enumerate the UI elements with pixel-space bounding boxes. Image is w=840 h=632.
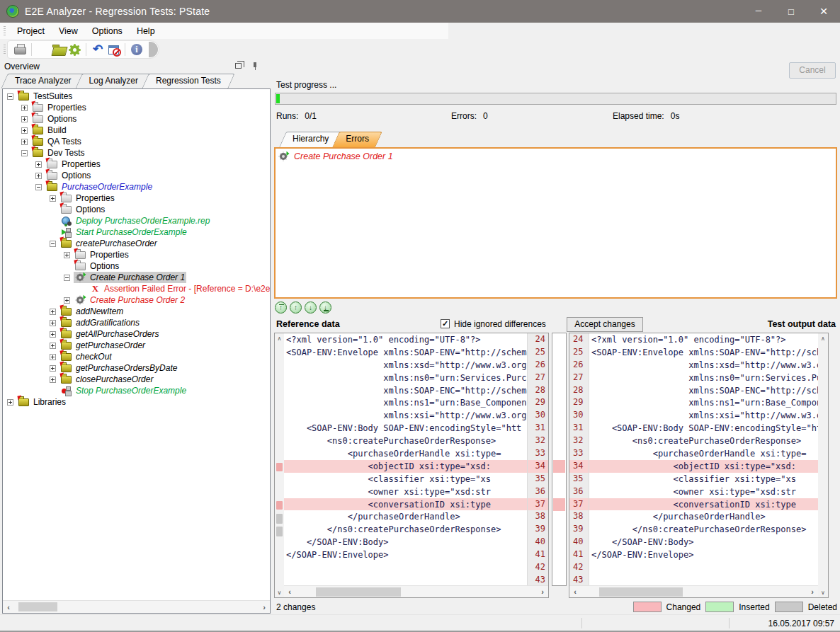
scroll-right-icon[interactable]: › — [537, 586, 548, 597]
output-vertical-scrollbar[interactable]: ∧ ∨ — [818, 333, 828, 597]
settings-gear-icon[interactable] — [67, 42, 82, 57]
expand-icon[interactable] — [35, 161, 42, 168]
menu-options[interactable]: Options — [85, 24, 130, 38]
tree-horizontal-scrollbar[interactable]: ‹ › — [3, 600, 270, 613]
tree-row[interactable]: getPurchaseOrdersByDate — [3, 362, 270, 374]
tree-row[interactable]: addNewItem — [3, 306, 270, 317]
tree-row[interactable]: Start PurchaseOrderExample — [3, 226, 270, 238]
error-list-item[interactable]: Create Purchase Order 1 — [276, 149, 836, 164]
info-icon[interactable]: i — [129, 42, 144, 57]
tree-row[interactable]: Properties — [3, 249, 270, 260]
print-icon[interactable] — [12, 42, 28, 57]
collapse-icon[interactable] — [7, 93, 13, 100]
cancel-button[interactable]: Cancel — [789, 62, 836, 79]
add-icon[interactable] — [35, 42, 51, 57]
tree-row[interactable]: Properties — [3, 102, 270, 113]
expand-icon[interactable] — [50, 377, 56, 383]
tree-row[interactable]: Properties — [3, 159, 270, 170]
tree-row[interactable]: Libraries — [3, 396, 270, 408]
tree-row[interactable]: addGratifications — [3, 317, 270, 328]
tree-row[interactable]: Stop PurchaseOrderExample — [3, 385, 270, 396]
tree-row[interactable]: checkOut — [3, 351, 270, 362]
expand-icon[interactable] — [21, 127, 28, 134]
hide-ignored-checkbox[interactable] — [441, 319, 450, 328]
tab-hierarchy[interactable]: Hierarchy — [283, 132, 339, 147]
scroll-up-icon[interactable]: ∧ — [275, 333, 284, 343]
tree-row[interactable]: Dev Tests — [3, 147, 270, 159]
output-horizontal-scrollbar[interactable]: ‹ › — [569, 585, 818, 597]
tree-row[interactable]: Options — [3, 260, 270, 272]
float-panel-icon[interactable] — [235, 63, 242, 69]
tree-row[interactable]: XAssertion Failed Error - [Reference = D… — [3, 283, 270, 294]
previous-change-button[interactable]: ↑ — [290, 301, 302, 314]
maximize-button[interactable]: □ — [775, 0, 807, 23]
reference-vertical-scrollbar[interactable]: ∧ ∨ — [275, 333, 284, 597]
tree-row[interactable]: Build — [3, 125, 270, 136]
expand-icon[interactable] — [50, 354, 56, 360]
undo-icon[interactable]: ↶ — [90, 42, 106, 57]
scroll-right-icon[interactable]: › — [807, 586, 818, 597]
expand-icon[interactable] — [21, 116, 28, 122]
tree-row[interactable]: PurchaseOrderExample — [3, 181, 270, 193]
tab-errors[interactable]: Errors — [336, 132, 379, 147]
output-hscroll-thumb[interactable] — [599, 587, 683, 597]
collapse-icon[interactable] — [35, 184, 42, 190]
tree-row[interactable]: getAllPurchaseOrders — [3, 328, 270, 340]
open-folder-icon[interactable] — [51, 42, 67, 57]
tree-row[interactable]: Create Purchase Order 1 — [3, 272, 270, 283]
tree-row[interactable]: createPurchaseOrder — [3, 238, 270, 249]
expand-icon[interactable] — [50, 320, 56, 326]
last-change-button[interactable]: ↓ — [319, 301, 331, 314]
expand-icon[interactable] — [64, 252, 70, 258]
tree-row[interactable]: closePurchaseOrder — [3, 374, 270, 385]
tab-trace-analyzer[interactable]: Trace Analyzer — [4, 74, 82, 88]
report-disabled-icon[interactable] — [106, 42, 121, 57]
scroll-right-icon[interactable]: › — [259, 601, 270, 613]
first-change-button[interactable]: ↑ — [275, 301, 287, 314]
tree-row[interactable]: Deploy PurchaseOrderExample.rep — [3, 215, 270, 226]
menu-help[interactable]: Help — [130, 24, 162, 38]
menu-project[interactable]: Project — [10, 24, 52, 38]
collapse-icon[interactable] — [21, 150, 28, 156]
tree-row[interactable]: Create Purchase Order 2 — [3, 294, 270, 306]
expand-icon[interactable] — [50, 365, 56, 372]
tree-row[interactable]: Properties — [3, 193, 270, 204]
tree-item-label: Properties — [90, 250, 129, 260]
tree-row[interactable]: getPurchaseOrder — [3, 340, 270, 351]
collapse-icon[interactable] — [64, 275, 70, 281]
minimize-button[interactable]: – — [742, 0, 775, 23]
expand-icon[interactable] — [35, 173, 42, 179]
expand-icon[interactable] — [7, 399, 13, 406]
expand-icon[interactable] — [50, 343, 56, 349]
scroll-left-icon[interactable]: ‹ — [284, 586, 295, 597]
diff-line: 34 <objectID xsi:type="xsd: — [569, 460, 818, 473]
expand-icon[interactable] — [50, 195, 56, 202]
expand-icon[interactable] — [21, 139, 28, 145]
scroll-left-icon[interactable]: ‹ — [3, 601, 14, 613]
expand-icon[interactable] — [50, 309, 56, 315]
expand-icon[interactable] — [50, 331, 56, 338]
tree-row[interactable]: Options — [3, 113, 270, 125]
reference-hscroll-thumb[interactable] — [316, 587, 401, 597]
next-change-button[interactable]: ↓ — [305, 301, 317, 314]
scroll-down-icon[interactable]: ∨ — [818, 587, 828, 597]
scroll-left-icon[interactable]: ‹ — [569, 586, 581, 597]
menu-view[interactable]: View — [52, 24, 85, 38]
tree-row[interactable]: TestSuites — [3, 91, 270, 102]
close-button[interactable]: × — [807, 0, 840, 23]
tree-row[interactable]: Options — [3, 204, 270, 215]
scroll-up-icon[interactable]: ∧ — [818, 333, 828, 343]
pin-panel-icon[interactable] — [251, 62, 259, 70]
tab-log-analyzer[interactable]: Log Analyzer — [79, 74, 149, 88]
reference-horizontal-scrollbar[interactable]: ‹ › — [284, 585, 548, 597]
expand-icon[interactable] — [64, 297, 70, 304]
collapse-icon[interactable] — [50, 241, 56, 247]
tab-regression-tests[interactable]: Regression Tests — [145, 74, 232, 88]
tree-row[interactable]: Options — [3, 170, 270, 181]
accept-changes-button[interactable]: Accept changes — [567, 317, 643, 332]
tree-row[interactable]: QA Tests — [3, 136, 270, 147]
hide-ignored-label[interactable]: Hide ignored differences — [454, 319, 546, 329]
tree-scroll-thumb[interactable] — [18, 602, 57, 611]
expand-icon[interactable] — [21, 105, 28, 111]
scroll-down-icon[interactable]: ∨ — [275, 587, 284, 597]
